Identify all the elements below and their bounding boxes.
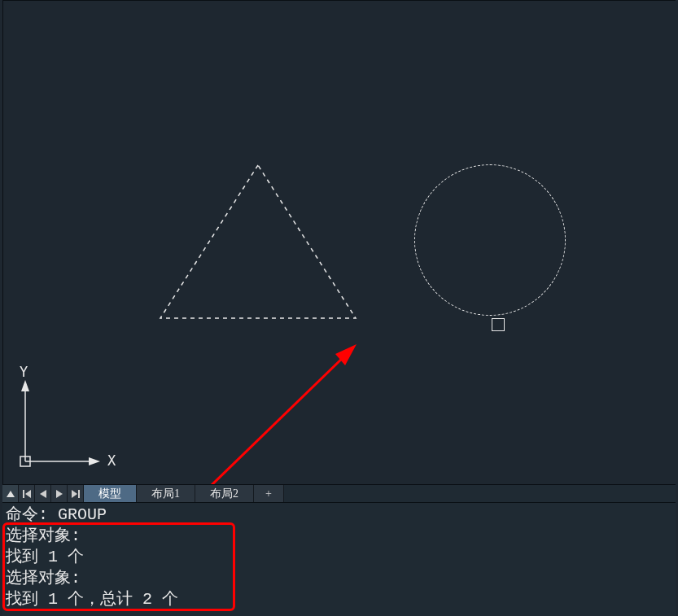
svg-marker-4: [89, 457, 100, 465]
tabbar-next-button[interactable]: [51, 485, 68, 502]
svg-marker-10: [25, 490, 31, 498]
layout-tab-bar: 模型 布局1 布局2 +: [2, 484, 676, 502]
svg-marker-12: [56, 490, 63, 498]
tab-layout1[interactable]: 布局1: [137, 485, 195, 502]
svg-marker-7: [335, 344, 356, 365]
svg-marker-13: [72, 490, 77, 498]
tab-add[interactable]: +: [254, 485, 284, 502]
tab-model[interactable]: 模型: [84, 485, 137, 502]
svg-marker-0: [160, 165, 356, 318]
tab-layout2[interactable]: 布局2: [195, 485, 254, 502]
svg-rect-9: [23, 490, 24, 498]
cmd-line: 找到 1 个: [6, 547, 672, 568]
svg-marker-2: [21, 380, 29, 391]
command-line-log[interactable]: 命令: GROUP 选择对象: 找到 1 个 选择对象: 找到 1 个，总计 2…: [2, 502, 676, 616]
circle-shape[interactable]: [414, 164, 566, 316]
pickbox-cursor: [492, 318, 505, 331]
svg-rect-14: [78, 490, 80, 498]
tabbar-prev-button[interactable]: [35, 485, 51, 502]
tabbar-collapse-button[interactable]: [2, 485, 19, 502]
tabbar-first-button[interactable]: [19, 485, 35, 502]
svg-marker-11: [40, 490, 46, 498]
drawing-canvas[interactable]: Y X: [2, 0, 676, 484]
ucs-x-label: X: [107, 452, 116, 469]
cmd-line: 选择对象:: [6, 568, 672, 589]
tabbar-last-button[interactable]: [68, 485, 84, 502]
ucs-icon: Y X: [14, 364, 128, 478]
cmd-line: 找到 1 个，总计 2 个: [6, 589, 672, 610]
ucs-y-label: Y: [20, 364, 28, 380]
cmd-line: 命令: GROUP: [6, 505, 672, 526]
cmd-line: 选择对象:: [6, 526, 672, 547]
triangle-shape[interactable]: [160, 165, 356, 318]
svg-marker-8: [7, 491, 15, 497]
